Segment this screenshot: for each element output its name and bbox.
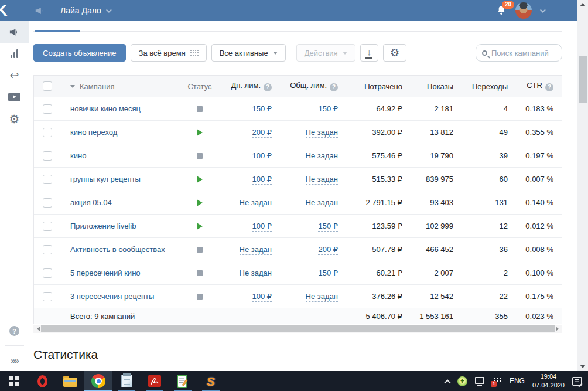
table-row[interactable]: кино 100 ₽ Не задан 575.46 ₽ 19 790 39 0… — [34, 144, 562, 168]
taskbar-item-chrome[interactable] — [84, 371, 112, 391]
table-row[interactable]: 3 пересечения рецепты 100 ₽ Не задан 376… — [34, 285, 562, 308]
total-limit-link[interactable]: Не задан — [306, 128, 338, 138]
table-row[interactable]: группы кул рецепты 100 ₽ Не задан 515.33… — [34, 168, 562, 191]
row-checkbox[interactable] — [43, 292, 52, 301]
campaign-search[interactable] — [476, 44, 562, 62]
help-icon[interactable] — [330, 83, 338, 91]
scroll-right-arrow-icon[interactable] — [556, 327, 561, 331]
column-daily-limit[interactable]: Дн. лим. — [221, 81, 280, 91]
total-limit-link[interactable]: 150 ₽ — [318, 268, 338, 278]
total-limit-link[interactable]: Не задан — [306, 198, 338, 208]
column-spent[interactable]: Потрачено — [346, 82, 411, 91]
sidebar-item-help[interactable]: ? — [0, 320, 29, 342]
export-button[interactable]: ↓ — [360, 44, 379, 62]
sidebar-item-campaigns[interactable] — [0, 21, 29, 43]
total-limit-link[interactable]: 200 ₽ — [318, 245, 338, 255]
daily-limit-link[interactable]: Не задан — [240, 198, 272, 208]
table-row[interactable]: новички кино месяц 150 ₽ 150 ₽ 64.92 ₽ 2… — [34, 97, 562, 121]
taskbar-item-acrobat[interactable] — [141, 371, 169, 391]
tray-expand-icon[interactable] — [444, 379, 450, 386]
taskbar-item-explorer[interactable] — [56, 371, 84, 391]
row-checkbox[interactable] — [43, 245, 52, 254]
notifications-button[interactable]: 20 — [495, 5, 507, 16]
campaign-link[interactable]: Активность в сообществах — [70, 245, 165, 254]
daily-limit-link[interactable]: 100 ₽ — [252, 292, 272, 302]
row-checkbox[interactable] — [43, 175, 52, 184]
actions-button[interactable]: Действия — [296, 44, 355, 62]
campaign-link[interactable]: акция 05.04 — [70, 198, 112, 207]
language-indicator[interactable]: ENG — [510, 377, 525, 385]
search-input[interactable] — [491, 49, 556, 57]
daily-limit-link[interactable]: 100 ₽ — [252, 175, 272, 185]
total-limit-link[interactable]: 150 ₽ — [318, 104, 338, 114]
campaign-link[interactable]: кино переход — [70, 128, 117, 137]
row-checkbox[interactable] — [43, 198, 52, 208]
network-tray-icon[interactable] — [475, 377, 484, 384]
scroll-down-arrow-icon[interactable] — [580, 365, 586, 368]
campaign-link[interactable]: 5 пересечений кино — [70, 268, 141, 277]
total-limit-link[interactable]: Не задан — [306, 175, 338, 185]
updates-tray-icon[interactable]: 1 — [492, 376, 502, 386]
campaign-link[interactable]: кино — [70, 151, 86, 160]
total-limit-link[interactable]: 150 ₽ — [318, 222, 338, 232]
table-row[interactable]: Активность в сообществах Не задан 200 ₽ … — [34, 238, 562, 261]
taskbar-item-notepad[interactable] — [112, 371, 141, 391]
start-button[interactable] — [0, 371, 28, 391]
column-status[interactable]: Статус — [178, 82, 221, 91]
sidebar-collapse-button[interactable]: »» — [0, 349, 29, 371]
account-menu[interactable]: Лайа Дало — [60, 6, 110, 15]
table-row[interactable]: Приложение livelib 100 ₽ 150 ₽ 123.59 ₽ … — [34, 215, 562, 238]
clock[interactable]: 19:04 07.04.2020 — [532, 372, 565, 390]
chevron-down-icon[interactable] — [540, 7, 546, 13]
help-icon[interactable] — [545, 83, 553, 91]
vk-logo[interactable]: K — [0, 0, 23, 21]
daily-limit-link[interactable]: Не задан — [240, 245, 272, 255]
sidebar-item-retargeting[interactable]: ↩ — [0, 64, 29, 86]
campaign-link[interactable]: 3 пересечения рецепты — [70, 292, 154, 301]
total-limit-link[interactable]: Не задан — [306, 151, 338, 161]
vertical-scrollbar-thumb[interactable] — [579, 56, 587, 103]
sidebar-item-statistics[interactable] — [0, 43, 29, 64]
horizontal-scrollbar-thumb[interactable] — [41, 325, 555, 332]
select-all-checkbox[interactable] — [43, 81, 52, 91]
sidebar-item-video[interactable] — [0, 86, 29, 108]
period-filter-button[interactable]: За всё время — [131, 44, 207, 62]
table-row[interactable]: акция 05.04 Не задан Не задан 2 791.15 ₽… — [34, 191, 562, 215]
create-ad-button[interactable]: Создать объявление — [33, 44, 126, 62]
help-icon[interactable] — [264, 83, 272, 91]
daily-limit-link[interactable]: Не задан — [240, 268, 272, 278]
campaign-link[interactable]: новички кино месяц — [70, 104, 141, 113]
column-ctr[interactable]: CTR — [516, 81, 562, 91]
row-checkbox[interactable] — [43, 104, 52, 114]
taskbar-item-editor[interactable] — [169, 371, 197, 391]
campaign-link[interactable]: группы кул рецепты — [70, 175, 141, 183]
daily-limit-link[interactable]: 100 ₽ — [252, 222, 272, 232]
daily-limit-link[interactable]: 150 ₽ — [252, 104, 272, 114]
scroll-left-arrow-icon[interactable] — [35, 327, 40, 331]
taskbar-item-sumatra[interactable]: S — [197, 371, 225, 391]
column-impressions[interactable]: Показы — [411, 82, 461, 91]
daily-limit-link[interactable]: 100 ₽ — [252, 151, 272, 161]
taskbar-item-opera[interactable] — [28, 371, 56, 391]
scroll-up-arrow-icon[interactable] — [580, 3, 586, 6]
action-center-icon[interactable] — [572, 377, 582, 386]
row-checkbox[interactable] — [43, 151, 52, 161]
horizontal-scrollbar[interactable] — [33, 325, 562, 333]
column-total-limit[interactable]: Общ. лим. — [280, 81, 346, 91]
status-filter-button[interactable]: Все активные — [211, 44, 286, 62]
table-row[interactable]: кино переход 200 ₽ Не задан 392.00 ₽ 13 … — [34, 121, 562, 144]
row-checkbox[interactable] — [43, 268, 52, 278]
antivirus-tray-icon[interactable]: + — [457, 376, 467, 386]
sidebar-item-settings[interactable]: ⚙ — [0, 108, 29, 130]
total-limit-link[interactable]: Не задан — [306, 292, 338, 302]
column-clicks[interactable]: Переходы — [461, 82, 516, 91]
vertical-scrollbar[interactable] — [577, 0, 588, 371]
daily-limit-link[interactable]: 200 ₽ — [252, 128, 272, 138]
column-campaign[interactable]: Кампания — [61, 82, 178, 91]
table-row[interactable]: 5 пересечений кино Не задан 150 ₽ 60.21 … — [34, 261, 562, 285]
row-checkbox[interactable] — [43, 128, 52, 137]
row-checkbox[interactable] — [43, 222, 52, 231]
campaign-link[interactable]: Приложение livelib — [70, 222, 136, 230]
table-settings-button[interactable]: ⚙ — [383, 44, 406, 62]
avatar[interactable] — [515, 2, 532, 19]
